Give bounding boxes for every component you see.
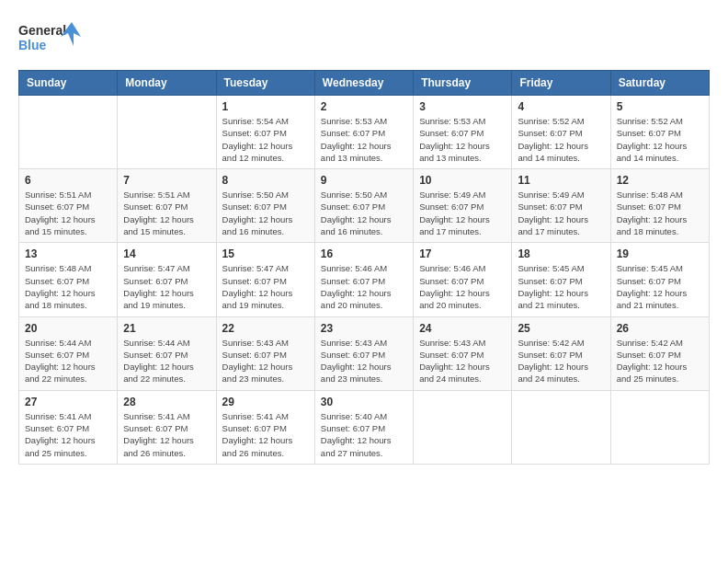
day-info: Sunrise: 5:48 AMSunset: 6:07 PMDaylight:… <box>617 189 703 237</box>
day-number: 24 <box>419 322 506 335</box>
day-number: 20 <box>25 322 111 335</box>
calendar-cell: 11Sunrise: 5:49 AMSunset: 6:07 PMDayligh… <box>512 169 610 243</box>
day-number: 4 <box>518 100 604 113</box>
weekday-header-sunday: Sunday <box>19 71 118 96</box>
calendar-cell <box>610 390 709 464</box>
day-number: 29 <box>222 396 309 408</box>
calendar-cell: 16Sunrise: 5:46 AMSunset: 6:07 PMDayligh… <box>314 243 413 316</box>
calendar-cell: 3Sunrise: 5:53 AMSunset: 6:07 PMDaylight… <box>414 96 512 169</box>
calendar-cell: 22Sunrise: 5:43 AMSunset: 6:07 PMDayligh… <box>216 316 314 390</box>
day-number: 23 <box>321 322 407 335</box>
calendar-cell <box>118 96 216 169</box>
calendar-week-5: 27Sunrise: 5:41 AMSunset: 6:07 PMDayligh… <box>19 390 710 464</box>
day-number: 27 <box>25 396 111 408</box>
day-info: Sunrise: 5:46 AMSunset: 6:07 PMDaylight:… <box>321 262 407 311</box>
logo-icon: GeneralBlue <box>18 18 83 55</box>
calendar-cell <box>414 390 512 464</box>
day-number: 18 <box>518 247 604 260</box>
day-info: Sunrise: 5:47 AMSunset: 6:07 PMDaylight:… <box>222 262 309 311</box>
calendar-cell: 23Sunrise: 5:43 AMSunset: 6:07 PMDayligh… <box>314 316 413 390</box>
day-number: 8 <box>222 174 309 187</box>
weekday-header-saturday: Saturday <box>610 71 709 96</box>
day-number: 6 <box>25 174 111 187</box>
calendar-cell: 30Sunrise: 5:40 AMSunset: 6:07 PMDayligh… <box>314 390 413 464</box>
calendar-cell <box>19 96 118 169</box>
day-info: Sunrise: 5:53 AMSunset: 6:07 PMDaylight:… <box>419 115 506 164</box>
day-number: 25 <box>518 322 604 335</box>
svg-text:Blue: Blue <box>18 38 47 52</box>
weekday-header-monday: Monday <box>118 71 216 96</box>
day-number: 12 <box>617 174 703 187</box>
calendar-cell: 29Sunrise: 5:41 AMSunset: 6:07 PMDayligh… <box>216 390 314 464</box>
calendar-week-4: 20Sunrise: 5:44 AMSunset: 6:07 PMDayligh… <box>19 316 710 390</box>
calendar-cell: 18Sunrise: 5:45 AMSunset: 6:07 PMDayligh… <box>512 243 610 316</box>
day-number: 16 <box>321 247 407 260</box>
day-info: Sunrise: 5:42 AMSunset: 6:07 PMDaylight:… <box>617 337 703 385</box>
day-info: Sunrise: 5:47 AMSunset: 6:07 PMDaylight:… <box>123 262 210 311</box>
calendar-cell: 17Sunrise: 5:46 AMSunset: 6:07 PMDayligh… <box>414 243 512 316</box>
day-info: Sunrise: 5:51 AMSunset: 6:07 PMDaylight:… <box>25 189 111 237</box>
weekday-header-friday: Friday <box>512 71 610 96</box>
day-number: 7 <box>123 174 210 187</box>
day-info: Sunrise: 5:44 AMSunset: 6:07 PMDaylight:… <box>123 337 210 385</box>
calendar-week-2: 6Sunrise: 5:51 AMSunset: 6:07 PMDaylight… <box>19 169 710 243</box>
calendar-cell: 6Sunrise: 5:51 AMSunset: 6:07 PMDaylight… <box>19 169 118 243</box>
calendar-cell: 10Sunrise: 5:49 AMSunset: 6:07 PMDayligh… <box>414 169 512 243</box>
calendar-cell: 24Sunrise: 5:43 AMSunset: 6:07 PMDayligh… <box>414 316 512 390</box>
calendar-cell: 14Sunrise: 5:47 AMSunset: 6:07 PMDayligh… <box>118 243 216 316</box>
day-info: Sunrise: 5:52 AMSunset: 6:07 PMDaylight:… <box>518 115 604 164</box>
weekday-header-wednesday: Wednesday <box>314 71 413 96</box>
day-info: Sunrise: 5:42 AMSunset: 6:07 PMDaylight:… <box>518 337 604 385</box>
day-info: Sunrise: 5:40 AMSunset: 6:07 PMDaylight:… <box>321 410 407 459</box>
calendar-cell: 4Sunrise: 5:52 AMSunset: 6:07 PMDaylight… <box>512 96 610 169</box>
calendar-cell: 15Sunrise: 5:47 AMSunset: 6:07 PMDayligh… <box>216 243 314 316</box>
day-number: 28 <box>123 396 210 408</box>
day-info: Sunrise: 5:48 AMSunset: 6:07 PMDaylight:… <box>25 262 111 311</box>
day-number: 30 <box>321 396 407 408</box>
day-info: Sunrise: 5:41 AMSunset: 6:07 PMDaylight:… <box>25 410 111 459</box>
day-info: Sunrise: 5:43 AMSunset: 6:07 PMDaylight:… <box>222 337 309 385</box>
day-number: 2 <box>321 100 407 113</box>
day-number: 3 <box>419 100 506 113</box>
day-info: Sunrise: 5:54 AMSunset: 6:07 PMDaylight:… <box>222 115 309 164</box>
calendar-cell: 13Sunrise: 5:48 AMSunset: 6:07 PMDayligh… <box>19 243 118 316</box>
svg-text:General: General <box>18 23 66 38</box>
calendar-cell: 26Sunrise: 5:42 AMSunset: 6:07 PMDayligh… <box>610 316 709 390</box>
day-number: 9 <box>321 174 407 187</box>
day-info: Sunrise: 5:44 AMSunset: 6:07 PMDaylight:… <box>25 337 111 385</box>
day-info: Sunrise: 5:41 AMSunset: 6:07 PMDaylight:… <box>123 410 210 459</box>
calendar-cell: 25Sunrise: 5:42 AMSunset: 6:07 PMDayligh… <box>512 316 610 390</box>
day-info: Sunrise: 5:43 AMSunset: 6:07 PMDaylight:… <box>321 337 407 385</box>
day-number: 5 <box>617 100 703 113</box>
calendar-week-3: 13Sunrise: 5:48 AMSunset: 6:07 PMDayligh… <box>19 243 710 316</box>
calendar-cell: 8Sunrise: 5:50 AMSunset: 6:07 PMDaylight… <box>216 169 314 243</box>
calendar-cell: 7Sunrise: 5:51 AMSunset: 6:07 PMDaylight… <box>118 169 216 243</box>
day-info: Sunrise: 5:45 AMSunset: 6:07 PMDaylight:… <box>518 262 604 311</box>
day-number: 10 <box>419 174 506 187</box>
day-info: Sunrise: 5:49 AMSunset: 6:07 PMDaylight:… <box>419 189 506 237</box>
calendar-header-row: SundayMondayTuesdayWednesdayThursdayFrid… <box>19 71 710 96</box>
calendar-table: SundayMondayTuesdayWednesdayThursdayFrid… <box>18 70 710 465</box>
calendar-cell: 5Sunrise: 5:52 AMSunset: 6:07 PMDaylight… <box>610 96 709 169</box>
calendar-cell <box>512 390 610 464</box>
calendar-cell: 20Sunrise: 5:44 AMSunset: 6:07 PMDayligh… <box>19 316 118 390</box>
calendar-week-1: 1Sunrise: 5:54 AMSunset: 6:07 PMDaylight… <box>19 96 710 169</box>
day-number: 19 <box>617 247 703 260</box>
day-info: Sunrise: 5:49 AMSunset: 6:07 PMDaylight:… <box>518 189 604 237</box>
calendar-cell: 21Sunrise: 5:44 AMSunset: 6:07 PMDayligh… <box>118 316 216 390</box>
day-info: Sunrise: 5:50 AMSunset: 6:07 PMDaylight:… <box>321 189 407 237</box>
day-info: Sunrise: 5:51 AMSunset: 6:07 PMDaylight:… <box>123 189 210 237</box>
weekday-header-tuesday: Tuesday <box>216 71 314 96</box>
day-info: Sunrise: 5:41 AMSunset: 6:07 PMDaylight:… <box>222 410 309 459</box>
weekday-header-thursday: Thursday <box>414 71 512 96</box>
calendar-cell: 1Sunrise: 5:54 AMSunset: 6:07 PMDaylight… <box>216 96 314 169</box>
day-number: 17 <box>419 247 506 260</box>
logo: GeneralBlue <box>18 18 83 55</box>
day-number: 11 <box>518 174 604 187</box>
calendar-cell: 27Sunrise: 5:41 AMSunset: 6:07 PMDayligh… <box>19 390 118 464</box>
day-number: 13 <box>25 247 111 260</box>
day-info: Sunrise: 5:50 AMSunset: 6:07 PMDaylight:… <box>222 189 309 237</box>
day-number: 1 <box>222 100 309 113</box>
day-info: Sunrise: 5:43 AMSunset: 6:07 PMDaylight:… <box>419 337 506 385</box>
day-number: 22 <box>222 322 309 335</box>
